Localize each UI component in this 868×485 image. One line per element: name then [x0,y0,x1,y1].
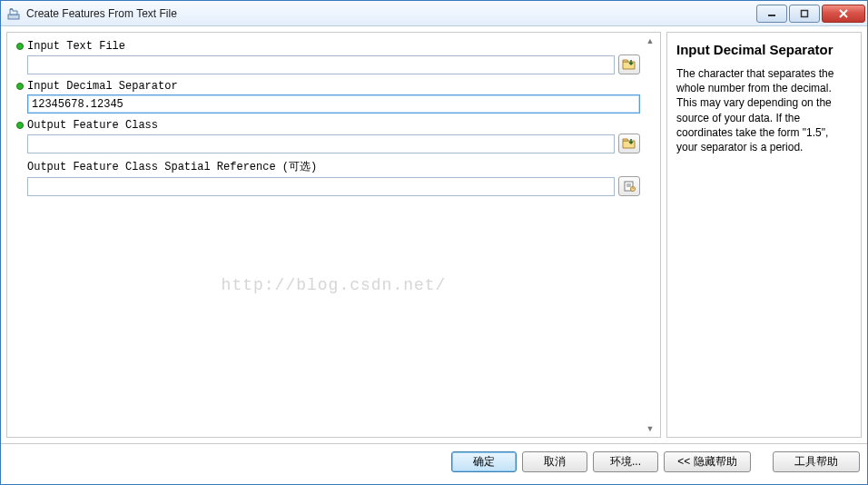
watermark-text: http://blog.csdn.net/ [222,276,447,294]
help-pane: Input Decimal Separator The character th… [666,32,862,438]
svg-rect-2 [802,10,808,16]
label-text: Input Text File [27,40,125,53]
browse-output-fc-button[interactable] [618,134,640,153]
browse-spatial-ref-button[interactable] [618,176,640,196]
label-output-spatial-ref: Output Feature Class Spatial Reference (… [16,159,640,174]
window-title: Create Features From Text File [26,7,755,20]
help-title: Input Decimal Separator [676,42,852,57]
close-button[interactable] [822,5,865,23]
label-text: Output Feature Class Spatial Reference (… [27,159,317,174]
help-body: The character that separates the whole n… [676,66,852,154]
field-output-spatial-ref: Output Feature Class Spatial Reference (… [16,159,640,196]
input-text-file-field[interactable] [27,55,615,74]
field-input-text-file: Input Text File [16,40,640,74]
required-marker-icon [16,83,24,90]
window-controls [755,5,865,23]
tool-help-button[interactable]: 工具帮助 [773,451,860,472]
button-bar: 确定 取消 环境... << 隐藏帮助 工具帮助 [1,444,867,479]
app-icon [6,6,21,21]
output-spatial-ref-field[interactable] [27,177,615,196]
label-input-decimal-separator: Input Decimal Separator [16,80,640,93]
browse-input-file-button[interactable] [618,54,640,74]
label-text: Output Feature Class [27,119,158,132]
cancel-button[interactable]: 取消 [522,451,587,472]
maximize-button[interactable] [789,5,820,23]
label-text: Input Decimal Separator [27,80,178,93]
output-feature-class-field[interactable] [27,134,615,153]
svg-rect-0 [8,15,19,19]
scroll-down-icon[interactable]: ▼ [644,422,656,435]
form-pane: ▲ Input Text File [6,32,661,438]
hide-help-button[interactable]: << 隐藏帮助 [664,451,751,472]
label-output-feature-class: Output Feature Class [16,119,640,132]
ok-button[interactable]: 确定 [451,451,517,472]
required-marker-icon [16,43,24,50]
minimize-button[interactable] [756,5,787,23]
window-titlebar: Create Features From Text File [1,1,867,26]
label-input-text-file: Input Text File [16,40,640,53]
scroll-up-icon[interactable]: ▲ [644,35,656,47]
input-decimal-separator-field[interactable] [27,94,640,114]
field-input-decimal-separator: Input Decimal Separator [16,80,640,114]
content-area: ▲ Input Text File [1,26,867,444]
environments-button[interactable]: 环境... [593,451,658,472]
required-marker-icon [16,122,24,129]
field-output-feature-class: Output Feature Class [16,119,640,153]
